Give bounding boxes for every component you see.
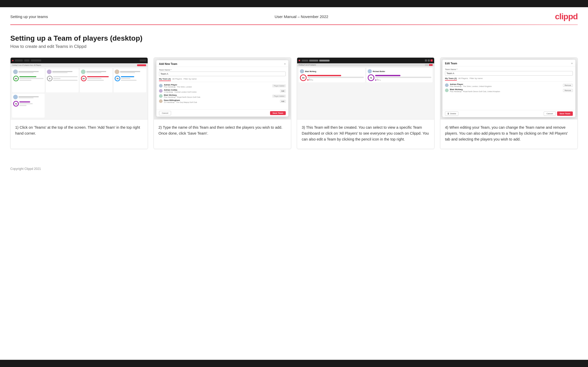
dialog-title-4: Edit Team: [445, 62, 457, 65]
remove-btn-2[interactable]: Remove: [563, 89, 573, 92]
card-2-screenshot: Add New Team × Team Name * My Team (2) A…: [154, 58, 291, 119]
edit-player-avatar-1: [445, 83, 449, 87]
card3-player-2: Richard Butler 72: [366, 68, 433, 82]
player-action-1: Player Added: [272, 84, 286, 87]
dialog-body-4: Team Name * My Team (2) All Players Filt…: [442, 66, 575, 110]
player-name-3: Blair McHarg: [164, 94, 271, 96]
card-4-text: 4) When editing your Team, you can chang…: [440, 119, 577, 149]
page-subtitle: How to create and edit Teams in Clippd: [10, 44, 578, 49]
player-action-add-4[interactable]: Add: [280, 100, 286, 103]
sub-nav-text-3: Finding 5 out of 5 players: [299, 64, 316, 66]
delete-button-4[interactable]: 🗑 Delete: [445, 111, 458, 116]
card-3: Finding 5 out of 5 players Blair McHarg: [297, 57, 434, 149]
bar-1a: [307, 75, 341, 76]
mock-content-1: 84: [11, 67, 148, 119]
tab-all-players-4[interactable]: All Players: [458, 77, 468, 81]
dialog-close-2[interactable]: ×: [284, 62, 286, 65]
add-new-team-dialog: Add New Team × Team Name * My Team (2) A…: [156, 60, 288, 117]
team-name-input-2[interactable]: [159, 72, 286, 76]
dialog-close-4[interactable]: ×: [571, 62, 573, 65]
player-info-1: Adrian Player Plus Handicap · The Shire,…: [164, 84, 271, 88]
mini-bar-2d: [380, 80, 381, 81]
mini-bar-2: [309, 78, 310, 81]
player-avatar-4: [159, 99, 163, 103]
remove-btn-1[interactable]: Remove: [563, 84, 573, 87]
nav-item-3a: [302, 60, 308, 62]
tab-all-players-2[interactable]: All Players: [172, 78, 182, 81]
player-name-2: Adrian Coliba: [164, 89, 279, 91]
card3-score-2: 72: [368, 74, 374, 81]
edit-player-detail-1: Plus Handicap · The Shire, London, Unite…: [450, 85, 562, 87]
edit-player-name-1: Adrian Player: [450, 83, 562, 85]
player-card-5: 72: [12, 94, 45, 118]
header: Setting up your teams User Manual – Nove…: [0, 7, 588, 24]
mini-bars-1: [307, 78, 364, 81]
dialog-tabs-2: My Team (2) All Players Filter by name: [159, 78, 286, 82]
edit-player-row-1: Adrian Player Plus Handicap · The Shire,…: [445, 83, 573, 87]
nav-text-3: [31, 59, 41, 62]
player-row-2: Adrian Coliba 1 Handicap · Central Londo…: [159, 89, 286, 93]
dialog-body-2: Team Name * My Team (2) All Players Filt…: [156, 67, 288, 109]
player-detail-2: 1 Handicap · Central London Golf Centre: [164, 91, 279, 93]
player-row-4: Dave Billingham 3.5 Handicap · The Gog M…: [159, 99, 286, 103]
dialog-tabs-4: My Team (2) All Players Filter by name: [445, 77, 573, 82]
save-team-button-2[interactable]: Save Team: [270, 111, 286, 115]
score-0: 0: [47, 76, 53, 81]
score-94: 94: [81, 76, 87, 81]
dialog-title-2: Add New Team: [159, 63, 177, 65]
d4-right-buttons: Cancel Save Team: [544, 111, 573, 116]
cancel-button-4[interactable]: Cancel: [544, 111, 556, 116]
player-info-4: Dave Billingham 3.5 Handicap · The Gog M…: [164, 99, 279, 103]
dialog-header-2: Add New Team ×: [156, 60, 288, 67]
header-left: Setting up your teams: [10, 14, 48, 19]
nav-right: [140, 59, 146, 62]
nav-item-3c: [319, 60, 330, 62]
tab-my-team-4[interactable]: My Team (2): [445, 77, 457, 81]
card-1: Finding 5 out of 5 players from: All Pla…: [10, 57, 148, 149]
mini-bars-2: [375, 78, 432, 81]
tab-filter-4[interactable]: Filter by name: [469, 77, 483, 81]
card3-name-2: Richard Butler: [373, 71, 385, 72]
player-action-3: Player Added: [272, 95, 286, 98]
card-2: Add New Team × Team Name * My Team (2) A…: [154, 57, 291, 149]
bar-1b: [307, 77, 364, 78]
player-avatar-1: [159, 84, 163, 88]
player-name-1: Adrian Player: [164, 84, 271, 86]
mini-bar-3: [310, 79, 312, 81]
player-action-add-2[interactable]: Add: [280, 90, 286, 92]
edit-team-dialog: Edit Team × Team Name * My Team (2) All …: [442, 60, 575, 117]
cancel-button-2[interactable]: Cancel: [159, 111, 171, 115]
tab-my-team-2[interactable]: My Team (2): [159, 78, 171, 81]
mini-bar-2b: [377, 79, 378, 81]
card3-bars-1: [307, 75, 364, 81]
card-3-screenshot: Finding 5 out of 5 players Blair McHarg: [297, 58, 434, 119]
tab-filter-2[interactable]: Filter by name: [183, 78, 197, 81]
card-2-text: 2) Type the name of this Team and then s…: [154, 119, 291, 149]
card-4: Edit Team × Team Name * My Team (2) All …: [440, 57, 578, 149]
player-detail-1: Plus Handicap · The Shire, London: [164, 86, 271, 88]
nav-text-2: [24, 59, 29, 62]
card3-content: Blair McHarg 94: [297, 66, 434, 84]
card3-screen: Finding 5 out of 5 players Blair McHarg: [297, 58, 434, 119]
header-center: User Manual – November 2022: [275, 14, 328, 19]
nav-logo-3: [299, 60, 300, 61]
card-4-screenshot: Edit Team × Team Name * My Team (2) All …: [440, 58, 577, 119]
player-row-1: Adrian Player Plus Handicap · The Shire,…: [159, 84, 286, 88]
player-detail-4: 3.5 Handicap · The Gog Magog Golf Club: [164, 101, 279, 103]
score-84: 84: [13, 76, 19, 81]
main-content: Setting up a Team of players (desktop) H…: [0, 25, 588, 164]
player-row-3: Blair McHarg Plus Handicap · Royal North…: [159, 94, 286, 98]
sub-nav-text: Finding 5 out of 5 players from: All Pla…: [12, 64, 41, 66]
team-name-label-4: Team Name *: [445, 68, 573, 71]
nav-item-3b: [309, 60, 318, 62]
mini-bar-1: [307, 79, 308, 81]
sub-nav: Finding 5 out of 5 players from: All Pla…: [11, 63, 148, 67]
player-avatar-2: [159, 89, 163, 93]
nav-icon-3b: [428, 59, 430, 62]
player-card-2: 0: [46, 68, 78, 92]
mini-bar-2a: [375, 80, 376, 81]
mock-nav-1: [11, 58, 148, 63]
copyright-text: Copyright Clippd 2021: [10, 167, 41, 171]
team-name-input-4[interactable]: [445, 71, 573, 76]
save-team-button-4[interactable]: Save Team: [557, 111, 573, 116]
